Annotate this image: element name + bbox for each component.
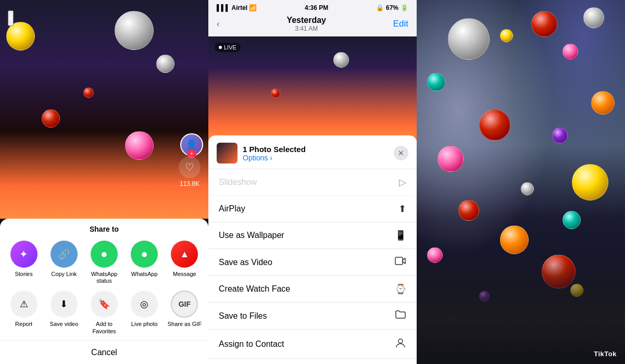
nav-title-main: Yesterday [286, 16, 326, 25]
tiktok-logo: TikTok [594, 350, 617, 358]
save-video-icon: ⬇ [51, 291, 78, 318]
assign-contact-icon [395, 337, 406, 351]
bubble-decoration [521, 182, 534, 195]
share-item-whatsapp[interactable]: ● WhatsApp [126, 241, 163, 284]
message-icon: ▲ [171, 241, 198, 268]
bubble-decoration [500, 29, 513, 42]
add-favorites-icon: 🔖 [91, 291, 118, 318]
bubble-decoration [125, 131, 154, 160]
stories-icon: ✦ [10, 241, 38, 268]
svg-point-1 [398, 339, 403, 343]
bubble-decoration [448, 18, 490, 60]
heart-button[interactable]: ♡ [179, 156, 201, 178]
full-image-background [417, 0, 625, 364]
share-item-copylink[interactable]: 🔗 Copy Link [45, 241, 82, 284]
live-badge: LIVE [215, 43, 241, 52]
report-label: Report [15, 321, 32, 328]
video-background: ‹ 👤 + ♡ 113.8K [0, 0, 208, 219]
ios-menu-list: Slideshow ▷ AirPlay ⬆ Use as Wallpaper 📱… [208, 169, 417, 359]
battery-percent: 67% [386, 4, 398, 11]
bubble-decoration [6, 22, 35, 51]
bubble-decoration [500, 225, 529, 254]
live-photo-icon: ◎ [131, 291, 158, 318]
airplay-icon: ⬆ [398, 203, 406, 215]
back-button[interactable]: ‹ [8, 10, 14, 26]
share-sheet: Share to ✦ Stories 🔗 Copy Link ● [0, 219, 208, 364]
action-save-video[interactable]: ⬇ Save video [45, 291, 82, 334]
avatar[interactable]: 👤 + [180, 133, 203, 156]
bubble-decoration [562, 211, 581, 229]
carrier-name: Airtel [232, 4, 248, 11]
whatsapp-icon: ● [131, 241, 158, 268]
report-icon: ⚠ [10, 291, 38, 318]
status-bar: ▌▌▌ Airtel 📶 4:36 PM 🔒 67% 🔋 [208, 0, 417, 14]
action-live-photo[interactable]: ◎ Live photo [126, 291, 163, 334]
share-item-stories[interactable]: ✦ Stories [5, 241, 42, 284]
tiktok-panel: ‹ 👤 + ♡ 113.8K Share to ✦ Stories [0, 0, 208, 364]
save-video-label: Save as Video [219, 258, 272, 267]
whatsapp-status-icon: ● [91, 241, 118, 268]
share-sheet-header: 1 Photo Selected Options › ✕ [208, 135, 417, 169]
photo-preview: LIVE [208, 36, 417, 141]
bubble-decoration [583, 7, 604, 28]
bubble-decoration [438, 146, 464, 172]
stories-label: Stories [15, 271, 32, 278]
nav-title-sub: 3:41 AM [286, 25, 326, 32]
edit-button[interactable]: Edit [393, 19, 408, 29]
save-video-icon [395, 256, 406, 268]
options-link[interactable]: Options › [243, 154, 306, 162]
menu-item-save-files[interactable]: Save to Files [208, 303, 417, 330]
save-video-label: Save video [50, 321, 78, 328]
heart-count: 113.8K [180, 180, 199, 187]
bubble-decoration [427, 73, 445, 91]
bubble-decoration [531, 11, 557, 37]
action-share-gif[interactable]: GIF Share as GIF [166, 291, 203, 334]
bubble-decoration [479, 109, 510, 141]
menu-item-airplay[interactable]: AirPlay ⬆ [208, 196, 417, 222]
nav-back-button[interactable]: ‹ [217, 19, 220, 29]
live-photo-label: Live photo [131, 321, 158, 328]
action-report[interactable]: ⚠ Report [5, 291, 42, 334]
cancel-button[interactable]: Cancel [0, 340, 208, 364]
back-chevron-icon: ‹ [217, 19, 220, 29]
share-gif-label: Share as GIF [168, 321, 202, 328]
ios-photos-panel: ▌▌▌ Airtel 📶 4:36 PM 🔒 67% 🔋 ‹ Yesterday… [208, 0, 417, 364]
user-avatar-area: 👤 + [180, 133, 203, 156]
save-files-icon [395, 310, 406, 322]
whatsapp-label: WhatsApp [131, 271, 158, 278]
assign-contact-label: Assign to Contact [219, 340, 284, 349]
bubble-decoration [572, 164, 608, 200]
share-item-message[interactable]: ▲ Message [166, 241, 203, 284]
lock-icon: 🔒 [376, 4, 384, 11]
preview-bubble [271, 89, 280, 98]
live-dot-icon [219, 46, 222, 49]
battery-icon: 🔋 [401, 4, 408, 11]
time-display: 4:36 PM [305, 4, 328, 11]
share-actions-row: ⚠ Report ⬇ Save video 🔖 Add to Favorites… [0, 291, 208, 340]
bubble-decoration [115, 11, 154, 50]
ground-area [417, 255, 625, 364]
photo-count-label: 1 Photo Selected [243, 145, 306, 154]
share-title: Share to [0, 225, 208, 233]
whatsapp-status-label: WhatsApp status [85, 271, 122, 284]
bubble-decoration [83, 87, 94, 98]
action-add-favorites[interactable]: 🔖 Add to Favorites [85, 291, 122, 334]
menu-item-assign-contact[interactable]: Assign to Contact [208, 330, 417, 359]
bubble-decoration [562, 44, 578, 59]
add-favorites-label: Add to Favorites [85, 321, 122, 334]
menu-item-watch-face[interactable]: Create Watch Face ⌚ [208, 276, 417, 303]
share-info: 1 Photo Selected Options › [243, 145, 306, 162]
nav-title: Yesterday 3:41 AM [286, 16, 326, 32]
bubble-decoration [156, 55, 174, 73]
bubble-decoration [458, 200, 479, 221]
menu-item-save-video[interactable]: Save as Video [208, 249, 417, 276]
bubble-decoration [552, 128, 568, 143]
copylink-icon: 🔗 [51, 241, 78, 268]
share-item-whatsapp-status[interactable]: ● WhatsApp status [85, 241, 122, 284]
menu-item-slideshow[interactable]: Slideshow ▷ [208, 169, 417, 196]
wallpaper-icon: 📱 [395, 230, 406, 241]
slideshow-label: Slideshow [219, 178, 257, 187]
close-sheet-button[interactable]: ✕ [394, 146, 408, 160]
share-icons-row: ✦ Stories 🔗 Copy Link ● WhatsApp status [0, 241, 208, 291]
menu-item-wallpaper[interactable]: Use as Wallpaper 📱 [208, 222, 417, 249]
